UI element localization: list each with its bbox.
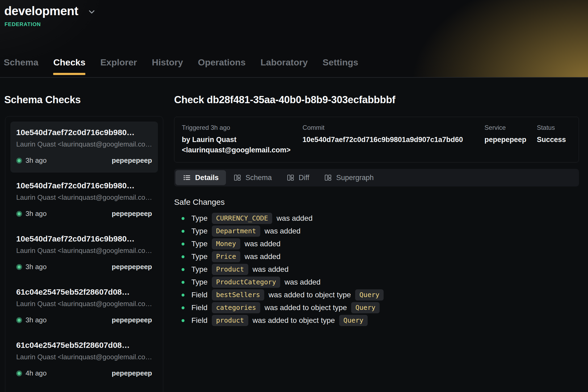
check-time: 3h ago: [26, 156, 47, 165]
check-author: Laurin Quast <laurinquast@googlemail.co…: [16, 140, 152, 148]
check-time: 4h ago: [26, 369, 47, 377]
check-time: 3h ago: [26, 210, 47, 218]
columns-icon: [233, 173, 242, 182]
safe-changes-list: Type CURRENCY_CODE was added Type Depart…: [174, 212, 579, 327]
bullet-icon: [182, 319, 184, 322]
change-prefix: Field: [191, 291, 208, 299]
bullet-icon: [182, 306, 184, 309]
triggered-label: Triggered 3h ago: [182, 124, 297, 131]
check-time: 3h ago: [26, 316, 47, 324]
status-dot-icon: [16, 370, 22, 376]
service-label: Service: [485, 124, 532, 131]
change-row: Type Price was added: [174, 250, 579, 263]
check-service: pepepepeep: [112, 263, 152, 271]
nav-tab-label: History: [152, 57, 183, 67]
nav-tab[interactable]: Explorer: [100, 57, 137, 77]
change-code2-chip: Query: [351, 302, 380, 313]
change-suffix: was added: [276, 214, 312, 223]
bullet-icon: [182, 255, 184, 258]
check-list-item[interactable]: 10e540d7aef72c0d716c9b980… Laurin Quast …: [10, 228, 158, 279]
check-author: Laurin Quast <laurinquast@googlemail.co…: [16, 247, 152, 255]
view-tab-label: Details: [195, 174, 219, 182]
check-commit-title: 61c04e25475eb52f28607d08…: [16, 341, 152, 350]
bullet-icon: [182, 217, 184, 220]
check-detail-title: Check db28f481-35aa-40b0-b8b9-303ecfabbb…: [174, 94, 579, 106]
change-code-chip: Price: [212, 251, 240, 262]
change-code-chip: Money: [212, 238, 240, 249]
change-suffix: was added to object type: [264, 303, 347, 312]
check-meta-box: Triggered 3h ago by Laurin Quast <laurin…: [174, 117, 579, 162]
change-suffix: was added: [284, 278, 320, 286]
change-code-chip: bestSellers: [212, 289, 264, 301]
columns-icon: [324, 173, 332, 182]
sidebar-title: Schema Checks: [4, 94, 163, 106]
status-dot-icon: [16, 317, 22, 323]
change-row: Field bestSellers was added to object ty…: [174, 289, 579, 301]
check-list-item[interactable]: 10e540d7aef72c0d716c9b980… Laurin Quast …: [10, 175, 158, 226]
check-list-item[interactable]: 61c04e25475eb52f28607d08… Laurin Quast <…: [10, 334, 158, 385]
content-area: Schema Checks 10e540d7aef72c0d716c9b980……: [0, 78, 588, 391]
change-code-chip: ProductCategory: [212, 277, 280, 288]
change-row: Field categories was added to object typ…: [174, 301, 579, 314]
view-tab[interactable]: Diff: [279, 170, 317, 185]
workspace-title[interactable]: development: [4, 4, 78, 18]
check-commit-title: 10e540d7aef72c0d716c9b980…: [16, 181, 152, 190]
change-code-chip: categories: [212, 302, 261, 313]
view-tab-label: Supergraph: [336, 174, 374, 182]
status-dot-icon: [16, 264, 22, 270]
check-time: 3h ago: [26, 263, 47, 271]
triggered-by: by Laurin Quast: [182, 135, 297, 145]
change-prefix: Type: [191, 227, 208, 235]
change-row: Type Money was added: [174, 237, 579, 250]
check-detail-panel: Check db28f481-35aa-40b0-b8b9-303ecfabbb…: [174, 94, 588, 391]
nav-tab-label: Checks: [53, 57, 85, 67]
view-tab-label: Schema: [246, 174, 272, 182]
view-tab[interactable]: Schema: [226, 170, 279, 185]
check-list-item[interactable]: 10e540d7aef72c0d716c9b980… Laurin Quast …: [10, 122, 158, 173]
nav-tab[interactable]: Schema: [4, 57, 38, 77]
schema-checks-sidebar: Schema Checks 10e540d7aef72c0d716c9b980……: [0, 94, 163, 391]
change-row: Type ProductCategory was added: [174, 276, 579, 289]
nav-tab[interactable]: Checks: [53, 57, 85, 77]
change-code2-chip: Query: [355, 289, 384, 301]
federation-badge: FEDERATION: [5, 21, 588, 27]
check-service: pepepepeep: [112, 369, 152, 377]
change-suffix: was added to object type: [268, 291, 351, 299]
change-code-chip: CURRENCY_CODE: [212, 213, 272, 224]
change-row: Type CURRENCY_CODE was added: [174, 212, 579, 225]
view-tab-label: Diff: [299, 174, 309, 182]
change-code-chip: product: [212, 315, 248, 326]
workspace-selector[interactable]: [87, 7, 96, 17]
triggered-email: <laurinquast@googlemail.com>: [182, 145, 297, 155]
check-list-item[interactable]: 61c04e25475eb52f28607d08… Laurin Quast <…: [10, 281, 158, 332]
change-suffix: was added: [264, 227, 300, 235]
change-row: Type Department was added: [174, 225, 579, 237]
check-commit-title: 61c04e25475eb52f28607d08…: [16, 287, 152, 297]
nav-tab[interactable]: Settings: [323, 57, 358, 77]
check-service: pepepepeep: [112, 210, 152, 218]
status-value: Success: [537, 135, 566, 145]
app-window: development FEDERATION Schema Checks Exp…: [0, 0, 588, 392]
commit-label: Commit: [303, 124, 479, 131]
nav-tab[interactable]: Laboratory: [261, 57, 308, 77]
check-list: 10e540d7aef72c0d716c9b980… Laurin Quast …: [5, 116, 163, 392]
bullet-icon: [182, 230, 184, 233]
check-view-tabbar: Details Schema: [174, 169, 579, 186]
view-tab[interactable]: Supergraph: [317, 170, 381, 185]
nav-tab-label: Explorer: [100, 57, 137, 67]
primary-nav: Schema Checks Explorer History Operation…: [0, 57, 588, 77]
change-prefix: Type: [191, 265, 208, 274]
view-tab[interactable]: Details: [175, 170, 226, 185]
project-header: development FEDERATION Schema Checks Exp…: [0, 0, 588, 78]
change-suffix: was added: [253, 265, 288, 274]
nav-tab[interactable]: History: [152, 57, 183, 77]
nav-tab[interactable]: Operations: [198, 57, 245, 77]
nav-tab-label: Operations: [198, 57, 245, 67]
bullet-icon: [182, 243, 184, 245]
commit-hash: 10e540d7aef72c0d716c9b9801a9d907c1a7bd60: [303, 135, 479, 145]
change-code2-chip: Query: [339, 315, 368, 326]
safe-changes-title: Safe Changes: [174, 198, 579, 207]
check-author: Laurin Quast <laurinquast@googlemail.co…: [16, 300, 152, 308]
change-row: Type Product was added: [174, 263, 579, 276]
status-label: Status: [537, 124, 566, 131]
